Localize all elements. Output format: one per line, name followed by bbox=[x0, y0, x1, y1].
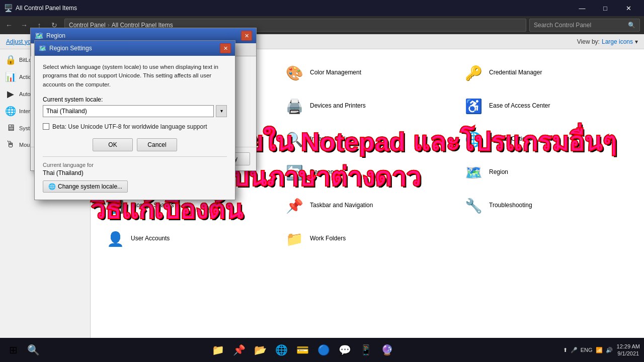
search-bar[interactable]: Search Control Panel 🔍 bbox=[529, 19, 640, 32]
region-settings-icon: 🗺️ bbox=[39, 45, 46, 52]
taskbar-search-button[interactable]: 🔍 bbox=[24, 341, 42, 359]
taskbar-chrome-button[interactable]: 🔵 bbox=[314, 341, 333, 359]
cp-item-internet-options[interactable]: 🌐 Internet Options bbox=[457, 124, 636, 155]
work-folders-icon: 📁 bbox=[284, 228, 305, 249]
taskbar-app-button[interactable]: 📱 bbox=[357, 341, 375, 359]
taskbar-right: ⬆ 🎤 ENG 📶 🔊 12:29 AM 9/1/2021 bbox=[563, 343, 640, 357]
cp-item-troubleshooting[interactable]: 🔧 Troubleshooting bbox=[457, 190, 636, 221]
clock[interactable]: 12:29 AM 9/1/2021 bbox=[617, 343, 640, 357]
beta-checkbox-row: Beta: Use Unicode UTF-8 for worldwide la… bbox=[43, 123, 227, 130]
settings-ok-button[interactable]: OK bbox=[93, 138, 133, 151]
window-titlebar: 🖥️ All Control Panel Items — □ ✕ bbox=[0, 0, 644, 16]
current-lang-section-label: Current language for bbox=[43, 162, 227, 168]
window-title: All Control Panel Items bbox=[16, 5, 568, 12]
window-icon: 🖥️ bbox=[4, 4, 13, 12]
taskbar-wallet-button[interactable]: 💳 bbox=[293, 341, 311, 359]
window-controls: — □ ✕ bbox=[571, 0, 640, 16]
region-settings-dialog: 🗺️ Region Settings ✕ Select which langua… bbox=[34, 40, 235, 200]
region-settings-title: Region Settings bbox=[49, 45, 217, 52]
speaker-icon[interactable]: 🔊 bbox=[606, 347, 613, 353]
cp-item-label-color-management: Color Management bbox=[310, 69, 361, 77]
cp-item-indexing[interactable]: 🔍 Indexing Options bbox=[278, 124, 457, 155]
region-dialog-close[interactable]: ✕ bbox=[241, 31, 252, 41]
region-dialog-title: Region bbox=[46, 32, 238, 39]
cp-item-ease-of-access[interactable]: ♿ Ease of Access Center bbox=[457, 90, 636, 122]
region-dialog-icon: 🗺️ bbox=[35, 32, 43, 40]
view-by-value[interactable]: Large icons bbox=[602, 38, 633, 45]
date-display: 9/1/2021 bbox=[617, 350, 640, 357]
taskbar-util-button[interactable]: 🔮 bbox=[378, 341, 396, 359]
taskbar: ⊞ 🔍 📁 📌 📂 🌐 💳 🔵 💬 📱 🔮 ⬆ 🎤 ENG 📶 🔊 12:29 … bbox=[0, 338, 644, 362]
region-settings-desc: Select which language (system locale) to… bbox=[43, 63, 227, 89]
cp-item-color-management[interactable]: 🎨 Color Management bbox=[278, 57, 457, 88]
change-locale-label: Change system locale... bbox=[58, 183, 122, 190]
mouse-icon: 🖱 bbox=[5, 139, 16, 150]
taskbar-center: 📁 📌 📂 🌐 💳 🔵 💬 📱 🔮 bbox=[42, 341, 563, 359]
view-by-control: View by: Large icons ▾ bbox=[577, 38, 638, 45]
cp-item-credential-manager[interactable]: 🔑 Credential Manager bbox=[457, 57, 636, 88]
view-by-dropdown-icon[interactable]: ▾ bbox=[635, 38, 638, 45]
bitlocker-icon: 🔒 bbox=[5, 54, 16, 65]
start-icon: ⊞ bbox=[9, 344, 18, 356]
cp-item-label-storage-spaces: Storage Spaces bbox=[131, 202, 174, 210]
back-button[interactable]: ← bbox=[2, 18, 16, 32]
beta-label: Beta: Use Unicode UTF-8 for worldwide la… bbox=[52, 123, 207, 130]
cp-item-user-accounts[interactable]: 👤 User Accounts bbox=[99, 223, 278, 254]
search-icon: 🔍 bbox=[628, 22, 635, 29]
taskbar-edge-button[interactable]: 🌐 bbox=[272, 341, 290, 359]
forward-button[interactable]: → bbox=[17, 18, 31, 32]
cp-item-label-user-accounts: User Accounts bbox=[131, 235, 170, 243]
locale-dropdown-arrow[interactable]: ▾ bbox=[216, 105, 227, 117]
cp-item-label-indexing: Indexing Options bbox=[310, 135, 355, 143]
cp-item-label-credential-manager: Credential Manager bbox=[489, 69, 542, 77]
lang-indicator[interactable]: ENG bbox=[581, 347, 593, 353]
start-button[interactable]: ⊞ bbox=[4, 341, 22, 359]
settings-btn-row: OK Cancel bbox=[43, 138, 227, 151]
cp-item-label-ease-of-access: Ease of Access Center bbox=[489, 102, 550, 110]
tray-up-icon[interactable]: ⬆ bbox=[563, 347, 568, 353]
internet-icon: 🌐 bbox=[5, 106, 16, 117]
taskbar-pin-button[interactable]: 📌 bbox=[230, 341, 248, 359]
cp-item-label-region: Region bbox=[489, 168, 508, 176]
color-management-icon: 🎨 bbox=[284, 62, 305, 83]
cp-item-label-troubleshooting: Troubleshooting bbox=[489, 202, 532, 210]
network-icon[interactable]: 📶 bbox=[596, 347, 603, 353]
maximize-button[interactable]: □ bbox=[594, 0, 617, 16]
cp-item-devices-printers[interactable]: 🖨️ Devices and Printers bbox=[278, 90, 457, 122]
mic-icon[interactable]: 🎤 bbox=[571, 347, 578, 353]
beta-checkbox[interactable] bbox=[43, 123, 49, 130]
minimize-button[interactable]: — bbox=[571, 0, 594, 16]
cp-item-taskbar[interactable]: 📌 Taskbar and Navigation bbox=[278, 190, 457, 221]
cp-item-label-internet-options: Internet Options bbox=[489, 135, 532, 143]
cp-item-label-devices-printers: Devices and Printers bbox=[310, 102, 366, 110]
region-settings-body: Select which language (system locale) to… bbox=[35, 56, 235, 200]
taskbar-search-icon: 🔍 bbox=[27, 344, 40, 356]
credential-manager-icon: 🔑 bbox=[463, 62, 484, 83]
time-display: 12:29 AM bbox=[617, 343, 640, 350]
taskbar-messenger-button[interactable]: 💬 bbox=[336, 341, 354, 359]
cp-item-region[interactable]: 🗺️ Region bbox=[457, 157, 636, 188]
view-by-label: View by: bbox=[577, 38, 600, 45]
cp-item-recovery[interactable]: 🔄 Recovery bbox=[278, 157, 457, 188]
taskbar-nav-icon: 📌 bbox=[284, 195, 305, 216]
region-settings-close[interactable]: ✕ bbox=[220, 43, 231, 53]
taskbar-folder-button[interactable]: 📂 bbox=[251, 341, 269, 359]
taskbar-files-button[interactable]: 📁 bbox=[209, 341, 227, 359]
settings-cancel-button[interactable]: Cancel bbox=[137, 138, 177, 151]
region-icon: 🗺️ bbox=[463, 162, 484, 183]
cp-item-work-folders[interactable]: 📁 Work Folders bbox=[278, 223, 457, 254]
locale-select[interactable]: Thai (Thailand) bbox=[43, 105, 214, 117]
region-settings-titlebar: 🗺️ Region Settings ✕ bbox=[35, 41, 235, 56]
change-locale-button[interactable]: 🌐 Change system locale... bbox=[43, 180, 128, 193]
troubleshooting-icon: 🔧 bbox=[463, 195, 484, 216]
action-center-icon: 📊 bbox=[5, 71, 16, 82]
current-locale-label: Current system locale: bbox=[43, 96, 227, 103]
current-lang-value: Thai (Thailand) bbox=[43, 169, 227, 176]
locale-select-row: Thai (Thailand) ▾ bbox=[43, 105, 227, 117]
system-tray: ⬆ 🎤 ENG 📶 🔊 bbox=[563, 347, 613, 353]
cp-item-label-work-folders: Work Folders bbox=[310, 235, 346, 243]
close-button[interactable]: ✕ bbox=[617, 0, 640, 16]
locale-select-value: Thai (Thailand) bbox=[46, 108, 87, 115]
search-placeholder: Search Control Panel bbox=[534, 22, 591, 29]
cp-item-label-recovery: Recovery bbox=[310, 168, 336, 176]
